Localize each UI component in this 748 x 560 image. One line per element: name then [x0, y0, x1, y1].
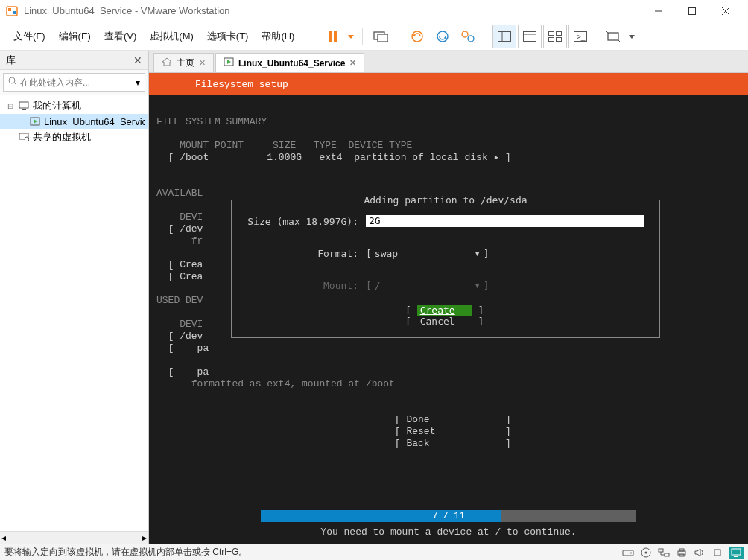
tab-close-button[interactable]: ✕	[349, 58, 356, 68]
svg-line-33	[14, 83, 16, 85]
format-value: swap	[375, 248, 472, 259]
svg-rect-18	[498, 31, 511, 41]
sidebar-close-button[interactable]: ✕	[133, 54, 142, 66]
sidebar-search[interactable]: ▾	[3, 73, 145, 92]
hdd-icon[interactable]	[621, 547, 635, 559]
row-boot[interactable]: [ /boot 1.000G ext4 partition of local d…	[168, 152, 511, 163]
tree-collapse-icon[interactable]: ⊟	[6, 102, 15, 110]
used-pa2[interactable]: [ pa	[168, 366, 209, 378]
menu-help[interactable]: 帮助(H)	[256, 27, 300, 46]
menu-tabs[interactable]: 选项卡(T)	[201, 27, 255, 46]
menu-edit[interactable]: 编辑(E)	[53, 27, 97, 46]
fullscreen-button[interactable]	[601, 25, 625, 48]
reset-button[interactable]: [ Reset ]	[395, 426, 511, 437]
unity-button[interactable]: >_	[568, 25, 592, 48]
chevron-down-icon: ▾	[475, 280, 481, 291]
footer-message: You need to mount a device at / to conti…	[149, 522, 748, 544]
summary-title: FILE SYSTEM SUMMARY	[156, 116, 267, 127]
maximize-button[interactable]	[675, 0, 709, 22]
size-input[interactable]: 2G	[366, 215, 644, 227]
printer-icon[interactable]	[675, 547, 688, 559]
scroll-right-icon[interactable]: ▸	[142, 532, 147, 543]
format-select[interactable]: [ swap ▾ ]	[366, 248, 489, 259]
usb-icon[interactable]	[711, 547, 724, 559]
revert-button[interactable]	[431, 25, 454, 48]
tree-label: 共享的虚拟机	[33, 130, 91, 144]
svg-point-12	[412, 31, 422, 42]
toolbar-separator	[486, 28, 486, 45]
menu-vm[interactable]: 虚拟机(M)	[144, 27, 200, 46]
send-ctrl-alt-del-button[interactable]	[369, 25, 393, 48]
tab-label: Linux_Ubuntu64_Service	[238, 58, 345, 69]
cancel-button[interactable]: [ Cancel ]	[405, 316, 486, 327]
sound-icon[interactable]	[693, 547, 706, 559]
minimize-button[interactable]	[641, 0, 675, 22]
scroll-left-icon[interactable]: ◂	[1, 532, 6, 543]
svg-rect-8	[334, 31, 337, 42]
status-icons	[621, 547, 744, 559]
dialog-title-row: Adding partition to /dev/sda	[232, 194, 659, 206]
avail-crea1[interactable]: [ Crea	[168, 259, 203, 270]
search-input[interactable]	[20, 77, 133, 88]
mount-select: [ / ▾ ]	[366, 280, 489, 291]
svg-marker-31	[629, 35, 635, 39]
close-button[interactable]	[709, 0, 742, 22]
status-bar: 要将输入定向到该虚拟机，请在虚拟机内部单击或按 Ctrl+G。	[0, 544, 748, 560]
tree-shared-vms[interactable]: 共享的虚拟机	[0, 129, 148, 145]
installer-header: Filesystem setup	[149, 73, 748, 95]
tab-vm-ubuntu[interactable]: Linux_Ubuntu64_Service ✕	[215, 53, 364, 72]
vm-running-icon	[30, 115, 41, 127]
menu-file[interactable]: 文件(F)	[7, 27, 51, 46]
tab-home[interactable]: 主页 ✕	[153, 53, 214, 72]
avail-dev[interactable]: [ /dev	[168, 223, 203, 235]
library-tree: ⊟ 我的计算机 Linux_Ubuntu64_Service 共享的虚拟机	[0, 95, 148, 531]
computer-icon	[18, 100, 30, 112]
tree-vm-ubuntu[interactable]: Linux_Ubuntu64_Service	[0, 114, 148, 129]
done-button[interactable]: [ Done ]	[395, 414, 511, 425]
progress-bar: 7 / 11	[261, 510, 636, 522]
view-console-button[interactable]	[492, 25, 516, 48]
main-area: 库 ✕ ▾ ⊟ 我的计算机 Linux_Ubuntu64_Service 共享的…	[0, 51, 748, 544]
home-icon	[162, 57, 172, 69]
tree-my-computer[interactable]: ⊟ 我的计算机	[0, 98, 148, 114]
svg-point-46	[645, 551, 647, 553]
manage-snapshots-button[interactable]	[456, 25, 480, 48]
svg-rect-24	[549, 37, 554, 41]
svg-marker-52	[695, 549, 700, 556]
display-icon[interactable]	[729, 547, 744, 559]
sidebar-header: 库 ✕	[0, 51, 148, 70]
used-devi: DEVI	[180, 319, 203, 330]
cd-icon[interactable]	[639, 547, 653, 559]
svg-point-17	[468, 36, 474, 42]
add-partition-dialog: Adding partition to /dev/sda Size (max 1…	[231, 200, 660, 338]
pause-button[interactable]	[320, 25, 344, 48]
used-pa1[interactable]: [ pa	[168, 343, 209, 354]
view-single-button[interactable]	[518, 25, 542, 48]
pause-dropdown[interactable]	[346, 25, 356, 48]
search-dropdown-icon[interactable]: ▾	[136, 77, 140, 88]
menubar: 文件(F) 编辑(E) 查看(V) 虚拟机(M) 选项卡(T) 帮助(H) >_	[0, 22, 748, 51]
formatted: formatted as ext4, mounted at /boot	[191, 378, 395, 389]
view-thumbnail-button[interactable]	[543, 25, 567, 48]
menu-view[interactable]: 查看(V)	[98, 27, 142, 46]
status-text: 要将输入定向到该虚拟机，请在虚拟机内部单击或按 Ctrl+G。	[4, 546, 621, 559]
svg-point-44	[630, 552, 632, 553]
vm-console[interactable]: Filesystem setup FILE SYSTEM SUMMARY MOU…	[149, 73, 748, 544]
library-sidebar: 库 ✕ ▾ ⊟ 我的计算机 Linux_Ubuntu64_Service 共享的…	[0, 51, 149, 544]
snapshot-button[interactable]	[405, 25, 429, 48]
tab-label: 主页	[177, 57, 194, 69]
used-dev[interactable]: [ /dev	[168, 331, 203, 342]
col-size: SIZE	[273, 140, 296, 151]
tab-close-button[interactable]: ✕	[199, 58, 206, 68]
create-button[interactable]: [ Create ]	[405, 305, 486, 316]
window-title: Linux_Ubuntu64_Service - VMware Workstat…	[24, 5, 641, 16]
avail-crea2[interactable]: [ Crea	[168, 271, 203, 282]
back-button[interactable]: [ Back ]	[395, 438, 511, 449]
svg-rect-34	[19, 102, 28, 108]
size-label: Size (max 18.997G):	[247, 216, 366, 227]
fullscreen-dropdown[interactable]	[627, 25, 637, 48]
network-icon[interactable]	[657, 547, 671, 559]
sidebar-scrollbar[interactable]: ◂ ▸	[0, 531, 148, 544]
vm-running-icon	[224, 57, 234, 69]
col-mount: MOUNT POINT	[180, 140, 244, 151]
